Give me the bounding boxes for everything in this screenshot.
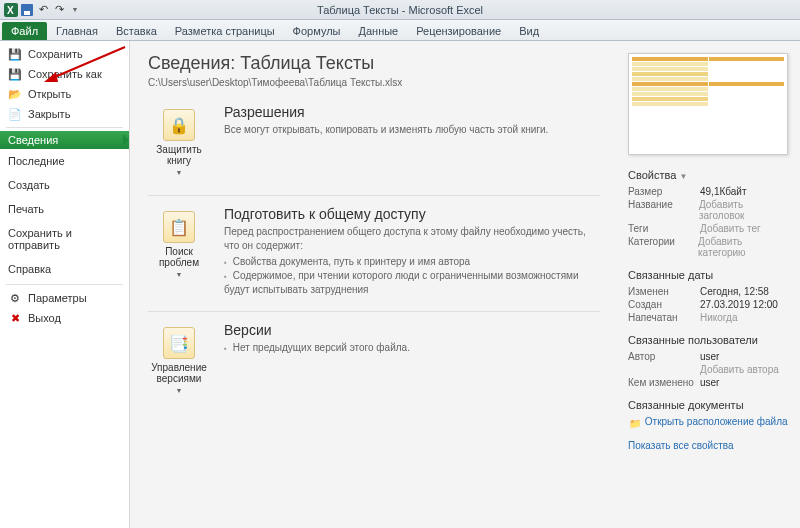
sidebar-share[interactable]: Сохранить и отправить	[0, 221, 129, 257]
sidebar-open[interactable]: 📂Открыть	[0, 84, 129, 104]
exit-icon: ✖	[8, 311, 22, 325]
sidebar-recent[interactable]: Последние	[0, 149, 129, 173]
prepare-bullet-1: Свойства документа, путь к принтеру и им…	[224, 255, 600, 269]
permissions-text: Все могут открывать, копировать и изменя…	[224, 123, 600, 137]
related-users-header: Связанные пользователи	[628, 334, 790, 346]
properties-panel: Свойства ▼ Размер49,1Кбайт НазваниеДобав…	[618, 41, 800, 528]
chevron-down-icon: ▼	[176, 387, 183, 394]
sidebar-save[interactable]: 💾Сохранить	[0, 44, 129, 64]
inspect-icon: 📋	[163, 211, 195, 243]
tab-layout[interactable]: Разметка страницы	[166, 22, 284, 40]
saveas-icon: 💾	[8, 67, 22, 81]
manage-versions-button[interactable]: 📑 Управление версиями ▼	[148, 322, 210, 399]
sidebar-close[interactable]: 📄Закрыть	[0, 104, 129, 124]
window-title: Таблица Тексты - Microsoft Excel	[317, 4, 483, 16]
versions-text: Нет предыдущих версий этого файла.	[224, 341, 600, 355]
chevron-down-icon: ▼	[176, 271, 183, 278]
excel-icon: X	[4, 3, 18, 17]
prop-printed-value: Никогда	[700, 312, 737, 323]
save-icon: 💾	[8, 47, 22, 61]
permissions-title: Разрешения	[224, 104, 600, 120]
prepare-bullet-2: Содержимое, при чтении которого люди с о…	[224, 269, 600, 297]
prepare-title: Подготовить к общему доступу	[224, 206, 600, 222]
open-icon: 📂	[8, 87, 22, 101]
backstage-view: 💾Сохранить 💾Сохранить как 📂Открыть 📄Закр…	[0, 41, 800, 528]
sidebar-options[interactable]: ⚙Параметры	[0, 288, 129, 308]
prop-printed-label: Напечатан	[628, 312, 700, 323]
prop-tags-label: Теги	[628, 223, 700, 234]
prop-categories-label: Категории	[628, 236, 698, 258]
prop-size-value: 49,1Кбайт	[700, 186, 747, 197]
sidebar-exit[interactable]: ✖Выход	[0, 308, 129, 328]
related-dates-header: Связанные даты	[628, 269, 790, 281]
prop-categories-value[interactable]: Добавить категорию	[698, 236, 790, 258]
lock-icon: 🔒	[163, 109, 195, 141]
content-area: Сведения: Таблица Тексты C:\Users\user\D…	[130, 41, 800, 528]
show-all-properties-link[interactable]: Показать все свойства	[628, 440, 734, 451]
sidebar-help[interactable]: Справка	[0, 257, 129, 281]
prepare-intro: Перед распространением общего доступа к …	[224, 226, 586, 251]
tab-file[interactable]: Файл	[2, 22, 47, 40]
sidebar-saveas[interactable]: 💾Сохранить как	[0, 64, 129, 84]
prop-changedby-label: Кем изменено	[628, 377, 700, 388]
related-documents-header: Связанные документы	[628, 399, 790, 411]
quick-access-toolbar: X ↶ ↷ ▼	[0, 3, 82, 17]
document-thumbnail[interactable]	[628, 53, 788, 155]
prop-modified-value: Сегодня, 12:58	[700, 286, 769, 297]
folder-icon: 📁	[628, 416, 642, 430]
prop-author-value: user	[700, 351, 719, 362]
tab-home[interactable]: Главная	[47, 22, 107, 40]
versions-section: 📑 Управление версиями ▼ Версии Нет преды…	[148, 322, 600, 399]
tab-view[interactable]: Вид	[510, 22, 548, 40]
prop-title-label: Название	[628, 199, 699, 221]
check-issues-button[interactable]: 📋 Поиск проблем ▼	[148, 206, 210, 297]
ribbon-tabs: Файл Главная Вставка Разметка страницы Ф…	[0, 20, 800, 41]
prop-tags-value[interactable]: Добавить тег	[700, 223, 761, 234]
svg-rect-3	[24, 11, 30, 15]
permissions-section: 🔒 Защитить книгу ▼ Разрешения Все могут …	[148, 104, 600, 181]
file-path: C:\Users\user\Desktop\Тимофеева\Таблица …	[148, 77, 600, 88]
prepare-section: 📋 Поиск проблем ▼ Подготовить к общему д…	[148, 206, 600, 297]
save-icon[interactable]	[20, 3, 34, 17]
versions-title: Версии	[224, 322, 600, 338]
sidebar: 💾Сохранить 💾Сохранить как 📂Открыть 📄Закр…	[0, 41, 130, 528]
properties-header[interactable]: Свойства ▼	[628, 169, 790, 181]
options-icon: ⚙	[8, 291, 22, 305]
add-author-link[interactable]: Добавить автора	[700, 364, 779, 375]
prop-created-value: 27.03.2019 12:00	[700, 299, 778, 310]
versions-icon: 📑	[163, 327, 195, 359]
prop-changedby-value: user	[700, 377, 719, 388]
main-panel: Сведения: Таблица Тексты C:\Users\user\D…	[130, 41, 618, 528]
sidebar-new[interactable]: Создать	[0, 173, 129, 197]
sidebar-info[interactable]: Сведения	[0, 131, 129, 149]
chevron-down-icon: ▼	[176, 169, 183, 176]
redo-icon[interactable]: ↷	[52, 3, 66, 17]
svg-text:X: X	[7, 5, 14, 16]
chevron-down-icon: ▼	[679, 172, 687, 181]
prop-title-value[interactable]: Добавить заголовок	[699, 199, 790, 221]
protect-workbook-button[interactable]: 🔒 Защитить книгу ▼	[148, 104, 210, 181]
tab-data[interactable]: Данные	[349, 22, 407, 40]
tab-review[interactable]: Рецензирование	[407, 22, 510, 40]
close-icon: 📄	[8, 107, 22, 121]
tab-formulas[interactable]: Формулы	[284, 22, 350, 40]
prop-created-label: Создан	[628, 299, 700, 310]
page-title: Сведения: Таблица Тексты	[148, 53, 600, 74]
title-bar: X ↶ ↷ ▼ Таблица Тексты - Microsoft Excel	[0, 0, 800, 20]
qat-dropdown-icon[interactable]: ▼	[68, 3, 82, 17]
tab-insert[interactable]: Вставка	[107, 22, 166, 40]
undo-icon[interactable]: ↶	[36, 3, 50, 17]
prop-modified-label: Изменен	[628, 286, 700, 297]
open-file-location-link[interactable]: 📁 Открыть расположение файла	[628, 415, 790, 431]
sidebar-print[interactable]: Печать	[0, 197, 129, 221]
prop-author-label: Автор	[628, 351, 700, 362]
prop-size-label: Размер	[628, 186, 700, 197]
